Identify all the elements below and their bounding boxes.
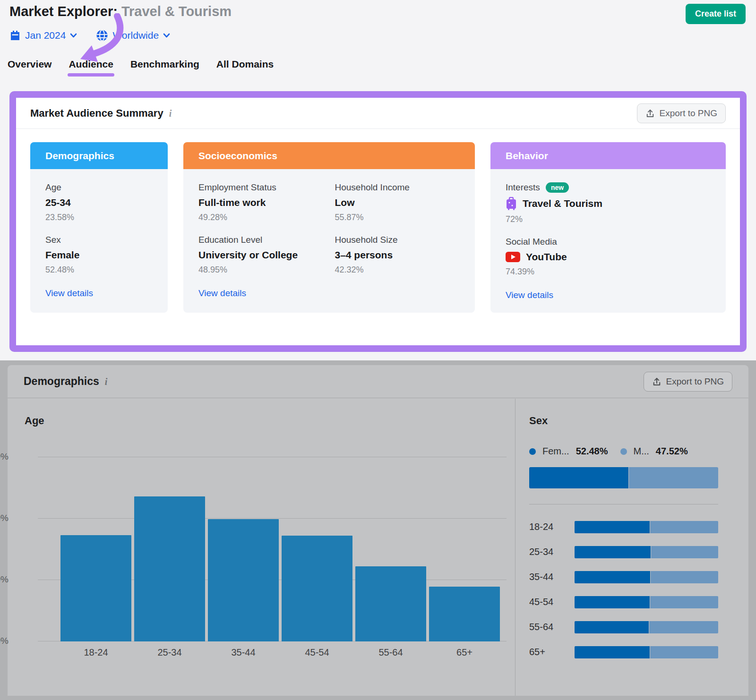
female-bar-segment <box>575 596 650 608</box>
metric-pct: 72% <box>506 214 711 224</box>
socioeconomics-card-header: Socioeconomics <box>183 142 475 169</box>
sex-row-bar <box>575 546 718 558</box>
age-bar-35-44 <box>208 519 279 641</box>
region-label: Worldwide <box>112 30 159 41</box>
metric-value: Travel & Tourism <box>523 198 602 209</box>
page-title: Market Explorer: Travel & Tourism <box>9 4 232 19</box>
metric-pct: 49.28% <box>198 213 324 222</box>
x-axis-tick-label: 45-54 <box>282 647 352 658</box>
demographics-card-body: Age 25-34 23.58% Sex Female 52.48% View … <box>30 169 168 313</box>
tab-all-domains[interactable]: All Domains <box>216 59 274 77</box>
metric-label: Education Level <box>198 235 324 245</box>
upload-icon <box>645 109 655 118</box>
x-axis-tick-label: 55-64 <box>355 647 426 658</box>
age-bar-chart: 0%10%20%30% <box>60 457 500 641</box>
sex-row-bar <box>575 571 718 583</box>
demographics-report-card: Demographics i Export to PNG Age 0%10%20… <box>8 365 748 696</box>
female-legend-value: 52.48% <box>576 446 608 457</box>
tab-benchmarking[interactable]: Benchmarking <box>130 59 199 77</box>
sex-row-35-44: 35-44 <box>529 564 718 589</box>
metric-value: Low <box>335 197 460 208</box>
new-badge: new <box>546 182 569 193</box>
behavior-card-header: Behavior <box>490 142 726 169</box>
male-bar-segment <box>650 646 718 658</box>
metric-value: University or College <box>198 249 324 261</box>
metric-pct: 42.32% <box>335 265 460 275</box>
sex-row-bar <box>575 596 718 608</box>
region-dropdown[interactable]: Worldwide <box>96 29 170 42</box>
create-list-button[interactable]: Create list <box>686 4 746 24</box>
metric-label: Interests <box>506 182 540 193</box>
demographics-report-title: Demographics <box>24 375 99 388</box>
date-dropdown[interactable]: Jan 2024 <box>9 30 77 41</box>
metric-value: 3–4 persons <box>335 249 460 261</box>
metric-pct: 23.58% <box>45 213 153 222</box>
sex-row-label: 45-54 <box>529 597 575 607</box>
age-bar-25-34 <box>134 496 205 641</box>
view-details-link-behavior[interactable]: View details <box>506 290 553 300</box>
sex-row-18-24: 18-24 <box>529 514 718 539</box>
info-icon[interactable]: i <box>169 108 172 119</box>
metric-household-income: Household Income Low 55.87% <box>335 182 460 222</box>
socioeconomics-card-body: Employment Status Full-time work 49.28% … <box>183 169 475 313</box>
sex-row-45-54: 45-54 <box>529 589 718 615</box>
dimmed-background-region: Demographics i Export to PNG Age 0%10%20… <box>0 360 756 700</box>
sex-panel-title: Sex <box>529 415 718 427</box>
export-to-png-label: Export to PNG <box>666 376 724 387</box>
divider <box>529 504 718 504</box>
age-bar-18-24 <box>60 535 131 641</box>
socioeconomics-card: Socioeconomics Employment Status Full-ti… <box>183 142 475 313</box>
metric-label: Household Size <box>335 235 460 245</box>
demographics-report-content: Age 0%10%20%30% 18-2425-3435-4445-5455-6… <box>8 399 748 696</box>
y-axis-tick-label: 10% <box>0 574 9 585</box>
x-axis-tick-label: 25-34 <box>134 647 205 658</box>
export-to-png-label: Export to PNG <box>660 108 718 119</box>
summary-panel-header: Market Audience Summary i Export to PNG <box>16 98 740 129</box>
age-bar-55-64 <box>355 566 426 641</box>
chevron-down-icon <box>163 33 170 38</box>
demographics-card-header: Demographics <box>30 142 168 169</box>
male-legend-dot <box>620 448 627 455</box>
view-details-link-socioeconomics[interactable]: View details <box>198 288 246 299</box>
y-axis-tick-label: 20% <box>0 513 9 523</box>
filters-row: Jan 2024 Worldwide <box>9 29 170 42</box>
chevron-down-icon <box>70 33 77 38</box>
export-to-png-button[interactable]: Export to PNG <box>637 103 726 123</box>
demographics-card: Demographics Age 25-34 23.58% Sex Female… <box>30 142 168 313</box>
tabs: Overview Audience Benchmarking All Domai… <box>8 59 274 77</box>
female-bar-segment <box>575 571 650 583</box>
sex-by-age-rows: 18-2425-3435-4445-5455-6465+ <box>529 514 718 665</box>
male-legend-value: 47.52% <box>656 446 688 457</box>
x-axis-tick-label: 65+ <box>429 647 500 658</box>
sex-row-label: 65+ <box>529 647 575 657</box>
sex-row-25-34: 25-34 <box>529 539 718 564</box>
y-axis-tick-label: 30% <box>0 452 9 462</box>
tab-overview[interactable]: Overview <box>8 59 52 77</box>
metric-value: YouTube <box>526 251 567 263</box>
sex-row-55-64: 55-64 <box>529 615 718 640</box>
view-details-link-demographics[interactable]: View details <box>45 288 93 299</box>
vertical-divider <box>515 399 515 696</box>
y-axis-tick-label: 0% <box>0 636 9 646</box>
female-bar-segment <box>529 467 628 488</box>
metric-pct: 74.39% <box>506 267 711 277</box>
metric-value: Female <box>45 249 153 261</box>
metric-label: Sex <box>45 235 153 245</box>
metric-label: Age <box>45 182 153 193</box>
metric-education-level: Education Level University or College 48… <box>198 235 324 275</box>
sex-row-bar <box>575 646 718 658</box>
female-bar-segment <box>575 546 651 558</box>
tab-audience[interactable]: Audience <box>69 59 113 77</box>
metric-label: Employment Status <box>198 182 324 193</box>
export-to-png-button[interactable]: Export to PNG <box>644 372 733 392</box>
demographics-report-header: Demographics i Export to PNG <box>8 365 748 398</box>
metric-value: Full-time work <box>198 197 324 208</box>
sex-row-65+: 65+ <box>529 640 718 665</box>
metric-pct: 55.87% <box>335 213 460 222</box>
male-bar-segment <box>650 596 718 608</box>
metric-age: Age 25-34 23.58% <box>45 182 153 222</box>
info-icon[interactable]: i <box>105 376 108 387</box>
sex-row-label: 35-44 <box>529 572 575 582</box>
date-label: Jan 2024 <box>25 30 66 41</box>
female-bar-segment <box>575 646 650 658</box>
